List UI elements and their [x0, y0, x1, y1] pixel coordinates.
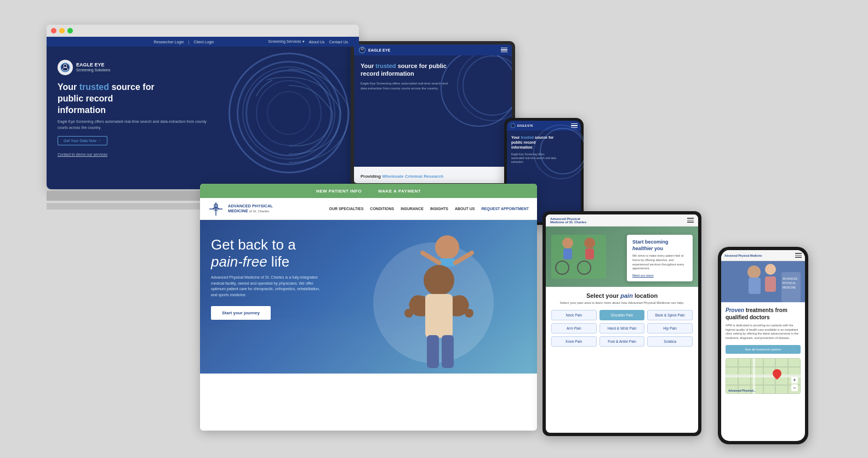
ee-desktop-headline: Your trusted source for public record in…	[58, 82, 208, 116]
eagle-eye-logo: EAGLE EYE Screening Solutions	[58, 60, 208, 75]
apm-phone-desc: APM is dedicated to providing our patien…	[726, 324, 801, 341]
apm-tablet-meet-team-link[interactable]: Meet our team	[632, 274, 687, 277]
apm-nav-insurance[interactable]: INSURANCE	[401, 207, 424, 211]
svg-rect-28	[749, 278, 761, 294]
apm-new-patient-info[interactable]: NEW PATIENT INFO	[316, 189, 362, 194]
apm-nav-request-appointment[interactable]: REQUEST APPOINTMENT	[482, 207, 529, 211]
ee-demo-link[interactable]: Contact to demo our services	[58, 152, 107, 156]
apm-hero-headline: Get back to a pain-free life	[211, 236, 380, 270]
svg-point-9	[435, 235, 459, 259]
close-dot	[51, 28, 56, 33]
minimize-dot	[59, 28, 65, 33]
apm-phone-hero-persons: ADVANCED PHYSICAL MEDICINE	[721, 261, 805, 302]
apm-tablet-screen: Advanced PhysicalMedicine of St. Charles	[546, 214, 698, 433]
ee-get-data-button[interactable]: Get Your Data Now →	[58, 136, 107, 145]
hero-person-illustration	[368, 225, 499, 374]
ee-tablet-screen: EAGLE EYE Your trusted source for public…	[354, 44, 512, 183]
svg-point-13	[424, 265, 454, 296]
apm-tablet-topbar: Advanced PhysicalMedicine of St. Charles	[546, 214, 698, 227]
ee-tablet-desc: Eagle Eye Screening offers automated rea…	[361, 81, 455, 91]
apm-hero-text: Get back to a pain-free life Advanced Ph…	[211, 236, 380, 320]
apm-tablet-pain-desc: Select your pain area to learn more abou…	[551, 301, 693, 304]
svg-rect-29	[765, 276, 776, 292]
eagle-eye-desktop-mockup: Researcher Login | Client Login	[47, 25, 359, 189]
apm-tablet-mockup: Advanced PhysicalMedicine of St. Charles	[542, 211, 701, 436]
desktop-left-panel: Researcher Login | Client Login	[47, 37, 219, 189]
ee-phone-hero: Your trusted source for public record in…	[507, 131, 581, 168]
menu-services[interactable]: Screening Services ▾	[268, 39, 304, 44]
pain-shoulder[interactable]: Shoulder Pain	[599, 310, 645, 320]
titlebar	[47, 25, 359, 37]
svg-rect-21	[563, 248, 572, 259]
ee-phone-logo: EAGLE EYE	[510, 123, 533, 128]
maximize-dot	[67, 28, 73, 33]
ee-tablet-nav: EAGLE EYE	[354, 44, 512, 55]
pain-hand-wrist[interactable]: Hand & Wrist Pain	[599, 323, 645, 333]
apm-hero-section: Get back to a pain-free life Advanced Ph…	[200, 220, 537, 374]
svg-point-16	[465, 309, 473, 318]
ee-desktop-menu: Screening Services ▾ About Us Contact Us	[223, 39, 355, 44]
main-scene: Researcher Login | Client Login	[0, 0, 868, 458]
svg-rect-22	[585, 248, 594, 259]
ee-tablet-hero: Your trusted source for public record in…	[354, 55, 512, 183]
map-zoom-controls: + −	[791, 377, 798, 391]
menu-about[interactable]: About Us	[309, 40, 325, 44]
fingerprint-svg	[219, 42, 359, 184]
menu-contact[interactable]: Contact Us	[329, 40, 348, 44]
desktop-content: Researcher Login | Client Login	[47, 37, 359, 189]
nav-researcher-login[interactable]: Researcher Login	[153, 40, 184, 44]
map-apm-label: Advanced Physical...	[728, 389, 756, 392]
svg-point-26	[747, 265, 761, 279]
apm-phone-logo-text: Advanced Physical Medicine	[724, 254, 762, 257]
apm-start-journey-button[interactable]: Start your journey	[211, 306, 271, 320]
apm-desktop-mockup: NEW PATIENT INFO MAKE A PAYMENT ADVANCED…	[200, 184, 537, 431]
apm-make-payment[interactable]: MAKE A PAYMENT	[378, 189, 421, 194]
apm-tablet-card-heading: Start becoming healthier you	[632, 239, 687, 252]
ee-tablet-wholesale: Providing Wholesale Criminal Research	[354, 167, 512, 183]
apm-logo: ADVANCED PHYSICAL MEDICINE of St. Charle…	[208, 201, 273, 217]
apm-nav-conditions[interactable]: CONDITIONS	[370, 207, 394, 211]
apm-tablet-feature-card: Start becoming healthier you We strive t…	[627, 235, 693, 281]
svg-point-24	[578, 261, 591, 274]
ee-tablet-headline: Your trusted source for public record in…	[361, 62, 447, 78]
svg-point-15	[404, 309, 413, 318]
apm-tablet-logo-text: Advanced PhysicalMedicine of St. Charles	[550, 217, 586, 224]
svg-text:PHYSICAL: PHYSICAL	[783, 281, 796, 285]
apm-tablet-pain-title: Select your pain location	[551, 292, 693, 299]
apm-phone-screen: Advanced Physical Medicine ADVANCED PHYS…	[721, 250, 805, 441]
pain-foot-ankle[interactable]: Foot & Ankle Pain	[599, 336, 645, 347]
svg-rect-17	[427, 335, 439, 368]
ee-desktop-desc: Eagle Eye Screening offers automated rea…	[58, 119, 208, 131]
tablet-hero-persons	[551, 235, 606, 279]
apm-tablet-hamburger-icon[interactable]	[687, 218, 694, 223]
svg-point-27	[765, 264, 776, 275]
pain-knee[interactable]: Knee Pain	[551, 336, 597, 347]
svg-rect-14	[425, 294, 453, 338]
pain-neck[interactable]: Neck Pain	[551, 310, 597, 320]
svg-line-12	[455, 253, 472, 263]
apm-phone-hamburger-icon[interactable]	[795, 253, 802, 258]
apm-nav-specialties[interactable]: OUR SPECIALTIES	[329, 207, 363, 211]
pain-location-grid: Neck Pain Shoulder Pain Back & Spine Pai…	[551, 310, 693, 347]
svg-point-19	[562, 238, 573, 248]
eagle-eye-tablet-mockup: EAGLE EYE Your trusted source for public…	[351, 41, 515, 186]
apm-phone-topbar: Advanced Physical Medicine	[721, 250, 805, 261]
nav-client-login[interactable]: Client Login	[194, 40, 214, 44]
hamburger-menu-icon[interactable]	[501, 48, 507, 53]
pain-back-spine[interactable]: Back & Spine Pain	[647, 310, 693, 320]
ee-tablet-logo: EAGLE EYE	[358, 46, 390, 54]
desktop-right-panel: Screening Services ▾ About Us Contact Us	[219, 37, 359, 189]
pain-arm[interactable]: Arm Pain	[551, 323, 597, 333]
apm-navbar: ADVANCED PHYSICAL MEDICINE of St. Charle…	[200, 198, 537, 220]
svg-text:ADVANCED: ADVANCED	[783, 277, 798, 280]
apm-phone-content: Proven treatments from qualified doctors…	[721, 302, 805, 398]
apm-tablet-pain-section: Select your pain location Select your pa…	[546, 287, 698, 352]
apm-nav-about[interactable]: ABOUT US	[455, 207, 475, 211]
apm-nav-insights[interactable]: INSIGHTS	[430, 207, 448, 211]
apm-phone-headline: Proven treatments from qualified doctors	[726, 307, 801, 321]
apm-phone-treatment-button[interactable]: See all treatment options	[726, 345, 801, 354]
apm-nav-links: OUR SPECIALTIES CONDITIONS INSURANCE INS…	[329, 207, 529, 211]
pain-sciatica[interactable]: Sciatica	[647, 336, 693, 347]
pain-hip[interactable]: Hip Pain	[647, 323, 693, 333]
svg-point-23	[556, 261, 569, 274]
